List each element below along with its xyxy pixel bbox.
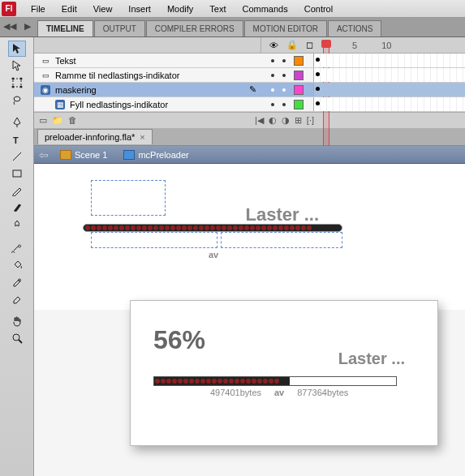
layer-color-swatch[interactable] xyxy=(294,100,304,109)
timeline-footer: ▭ 📁 🗑 |◀ ◐ ◑ ⊞ [·] xyxy=(34,112,465,128)
preview-window: 56% Laster ... 497401bytes av 877364byte… xyxy=(130,300,438,446)
document-name: preloader-innforing.fla* xyxy=(45,132,135,142)
progress-bar[interactable] xyxy=(83,224,342,232)
keyframe[interactable] xyxy=(316,58,320,62)
selection-tool[interactable] xyxy=(8,41,26,57)
breadcrumb-symbol[interactable]: mcPreloader xyxy=(118,148,193,161)
layer-name: Fyll nedlastings-indikator xyxy=(70,100,168,109)
svg-line-9 xyxy=(19,340,22,343)
tab-motion-editor[interactable]: MOTION EDITOR xyxy=(244,20,327,36)
svg-point-8 xyxy=(13,334,19,341)
deco-tool[interactable] xyxy=(8,217,26,233)
document-tab[interactable]: preloader-innforing.fla* × xyxy=(37,129,153,144)
tab-actions[interactable]: ACTIONS xyxy=(328,20,381,36)
keyframe[interactable] xyxy=(316,87,320,91)
panel-collapse-icon[interactable]: ◀◀ xyxy=(3,19,16,32)
tab-output[interactable]: OUTPUT xyxy=(94,20,145,36)
app-menu-bar: Fl File Edit View Insert Modify Text Com… xyxy=(0,0,465,18)
panel-tab-strip: ◀◀ ▶ TIMELINE OUTPUT COMPILER ERRORS MOT… xyxy=(0,18,465,37)
ruler-mark: 10 xyxy=(381,41,391,50)
menu-insert[interactable]: Insert xyxy=(120,2,159,16)
eyedropper-tool[interactable] xyxy=(8,273,26,289)
line-tool[interactable] xyxy=(8,148,26,165)
keyframe[interactable] xyxy=(316,101,320,105)
loading-label: Laster ... xyxy=(338,349,405,368)
layer-color-swatch[interactable] xyxy=(294,71,304,80)
text-tool[interactable]: T xyxy=(8,131,26,148)
svg-point-2 xyxy=(19,78,22,80)
pen-tool[interactable] xyxy=(8,114,26,131)
menu-text[interactable]: Text xyxy=(201,2,234,16)
delete-layer-icon[interactable]: 🗑 xyxy=(68,115,77,126)
svg-text:T: T xyxy=(13,135,19,144)
layer-row[interactable]: ◉ maskering ✎ xyxy=(34,83,465,97)
bone-tool[interactable] xyxy=(8,239,26,255)
svg-point-1 xyxy=(11,78,14,80)
masked-layer-icon: ▦ xyxy=(55,100,65,109)
rectangle-tool[interactable] xyxy=(8,165,26,182)
pencil-icon: ✎ xyxy=(249,84,256,95)
progress-bar xyxy=(153,376,397,386)
svg-point-3 xyxy=(11,86,14,88)
hand-tool[interactable] xyxy=(8,313,26,329)
timeline-header: 👁 🔒 ◻ 5 10 xyxy=(34,37,465,54)
edit-multiple-icon[interactable]: ⊞ xyxy=(295,115,302,126)
close-icon[interactable]: × xyxy=(140,132,144,142)
new-layer-icon[interactable]: ▭ xyxy=(39,115,47,126)
tab-compiler-errors[interactable]: COMPILER ERRORS xyxy=(146,20,243,36)
bytes-loaded: 497401bytes xyxy=(210,388,261,397)
onion-outline-icon[interactable]: ◑ xyxy=(282,115,290,126)
new-folder-icon[interactable]: 📁 xyxy=(52,115,63,126)
scene-icon xyxy=(60,150,71,160)
bytes-total: 877364bytes xyxy=(297,388,348,397)
subselection-tool[interactable] xyxy=(8,58,26,74)
layer-row[interactable]: ▭ Ramme til nedlastings-indikator xyxy=(34,68,465,83)
textfield-placeholder[interactable] xyxy=(91,232,217,248)
tab-timeline[interactable]: TIMELINE xyxy=(37,20,93,36)
menu-view[interactable]: View xyxy=(85,2,121,16)
pencil-tool[interactable] xyxy=(8,182,26,199)
back-arrow-icon[interactable]: ⇦ xyxy=(39,148,49,161)
separator-label: av xyxy=(274,388,284,397)
layer-icon: ▭ xyxy=(41,71,50,80)
marker-icon[interactable]: [·] xyxy=(307,115,314,126)
onion-skin-icon[interactable]: ◐ xyxy=(269,115,277,126)
mask-layer-icon: ◉ xyxy=(41,85,50,95)
menu-control[interactable]: Control xyxy=(296,2,341,16)
free-transform-tool[interactable] xyxy=(8,75,26,91)
layer-name: Tekst xyxy=(55,56,76,66)
zoom-tool[interactable] xyxy=(8,330,26,346)
svg-point-4 xyxy=(19,86,22,88)
paint-bucket-tool[interactable] xyxy=(8,256,26,272)
textfield-placeholder[interactable] xyxy=(221,232,342,248)
rewind-icon[interactable]: |◀ xyxy=(255,115,264,126)
menu-file[interactable]: File xyxy=(23,2,54,16)
symbol-icon xyxy=(123,150,135,160)
panel-expand-icon[interactable]: ▶ xyxy=(21,19,34,32)
loading-label: Laster ... xyxy=(246,204,319,225)
flash-logo: Fl xyxy=(2,2,16,16)
svg-line-6 xyxy=(13,152,21,161)
toolbox: T xyxy=(0,37,34,476)
layer-color-swatch[interactable] xyxy=(294,85,304,95)
keyframe[interactable] xyxy=(316,72,320,76)
layer-name: Ramme til nedlastings-indikator xyxy=(55,71,179,80)
lock-icon[interactable]: 🔒 xyxy=(286,40,298,50)
eye-icon[interactable]: 👁 xyxy=(269,41,278,50)
layer-color-swatch[interactable] xyxy=(294,56,304,66)
eraser-tool[interactable] xyxy=(8,290,26,307)
layer-row[interactable]: ▦ Fyll nedlastings-indikator xyxy=(34,97,465,112)
lasso-tool[interactable] xyxy=(8,92,26,108)
breadcrumb-scene[interactable]: Scene 1 xyxy=(55,148,112,161)
brush-tool[interactable] xyxy=(8,199,26,216)
textfield-placeholder[interactable] xyxy=(91,180,166,216)
stage[interactable]: Laster ... av xyxy=(34,164,465,310)
layer-icon: ▭ xyxy=(41,56,50,66)
layer-row[interactable]: ▭ Tekst xyxy=(34,54,465,68)
menu-edit[interactable]: Edit xyxy=(54,2,85,16)
menu-commands[interactable]: Commands xyxy=(234,2,295,16)
menu-modify[interactable]: Modify xyxy=(159,2,201,16)
outline-icon[interactable]: ◻ xyxy=(306,40,313,50)
frame-ruler[interactable]: 5 10 xyxy=(321,41,465,50)
document-tab-bar: preloader-innforing.fla* × xyxy=(34,128,465,146)
